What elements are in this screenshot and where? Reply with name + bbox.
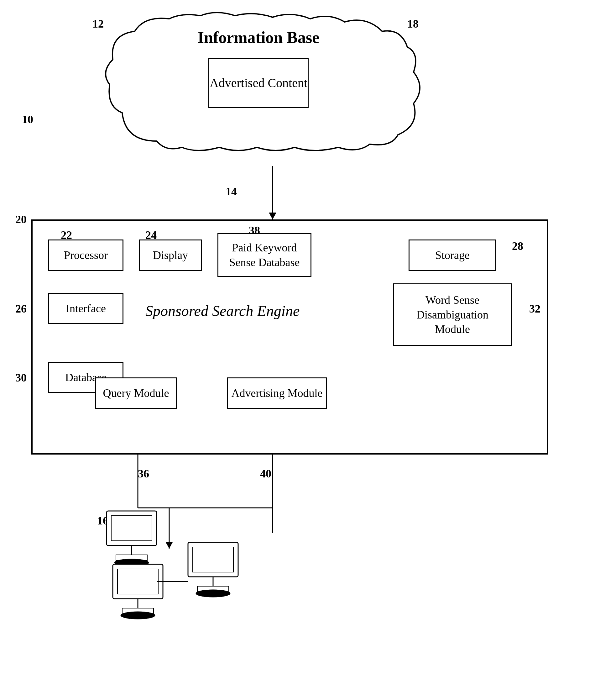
processor-box: Processor [48, 240, 124, 271]
advertising-module-box: Advertising Module [227, 377, 327, 409]
display-box: Display [139, 240, 202, 271]
label-38: 38 [249, 224, 260, 237]
label-28: 28 [512, 240, 523, 253]
label-22: 22 [61, 228, 72, 242]
advertising-module-label: Advertising Module [232, 386, 323, 401]
info-base-label: Information Base [198, 28, 319, 47]
svg-rect-13 [118, 569, 158, 594]
information-base-cloud: Information Base Advertised Content [94, 9, 423, 166]
processor-label: Processor [64, 248, 108, 263]
sse-label: Sponsored Search Engine [146, 302, 299, 320]
interface-label: Interface [66, 301, 106, 316]
svg-marker-1 [269, 212, 276, 220]
label-10: 10 [22, 113, 33, 126]
label-32: 32 [529, 302, 541, 315]
query-module-label: Query Module [103, 386, 169, 401]
storage-label: Storage [435, 248, 470, 263]
paid-keyword-label: Paid KeywordSense Database [229, 241, 300, 270]
label-18: 18 [407, 17, 419, 30]
wsd-label: Word SenseDisambiguationModule [416, 293, 489, 337]
label-24: 24 [146, 228, 157, 242]
svg-rect-8 [111, 516, 152, 541]
label-30: 30 [15, 371, 27, 384]
label-20: 20 [15, 213, 27, 226]
storage-box: Storage [409, 240, 496, 271]
label-12: 12 [93, 17, 104, 30]
computer-icons [100, 502, 288, 683]
query-module-box: Query Module [95, 377, 177, 409]
label-40: 40 [260, 467, 271, 480]
diagram: Information Base Advertised Content 12 1… [0, 0, 600, 700]
label-36: 36 [138, 467, 149, 480]
svg-point-21 [196, 590, 230, 597]
display-label: Display [153, 248, 188, 263]
interface-box: Interface [48, 293, 124, 324]
svg-point-16 [121, 611, 155, 619]
main-system-box: 20 Processor 22 Display 24 Paid KeywordS… [31, 220, 548, 454]
paid-keyword-box: Paid KeywordSense Database [217, 233, 311, 277]
advertised-content-box: Advertised Content [208, 58, 309, 108]
label-14: 14 [226, 185, 237, 198]
svg-rect-18 [193, 547, 233, 572]
advertised-content-label: Advertised Content [210, 75, 307, 91]
wsd-box: Word SenseDisambiguationModule [393, 283, 512, 346]
label-26: 26 [15, 302, 27, 315]
